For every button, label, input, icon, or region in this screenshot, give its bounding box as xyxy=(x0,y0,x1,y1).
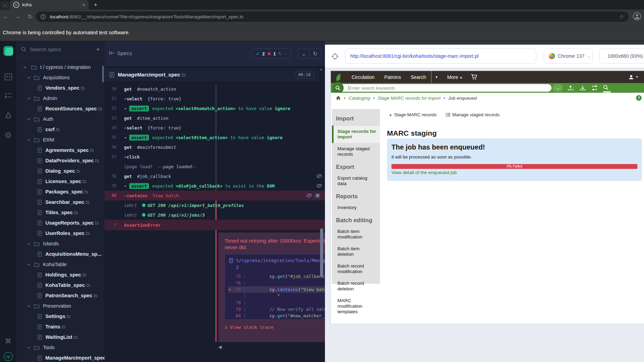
chevron-down-icon[interactable] xyxy=(27,118,30,120)
collapse-panel-icon[interactable] xyxy=(109,51,115,55)
command-row-30[interactable]: 30get #nomatch_action xyxy=(105,84,325,94)
specs-page-icon[interactable] xyxy=(0,73,16,80)
cy-status-badge[interactable]: cy xyxy=(0,352,16,361)
koha-search-input[interactable]: Enter search keywords xyxy=(338,84,552,92)
cart-icon[interactable] xyxy=(471,74,477,80)
command-row-33[interactable]: 33get #item_action xyxy=(105,113,325,123)
chevron-down-icon[interactable] xyxy=(27,263,30,266)
code-frame-path[interactable]: t/cypress/integration/Tools/ManageMarcIm… xyxy=(236,257,325,271)
chevron-down-icon[interactable] xyxy=(27,139,30,141)
browser-url-bar[interactable]: localhost:8081/__/#/specs/runner?file=t/… xyxy=(36,11,629,22)
tree-spec-trains[interactable]: Trains.ts xyxy=(16,322,105,332)
nav-more[interactable]: More ▼ xyxy=(447,74,463,80)
add-spec-button[interactable]: + xyxy=(96,46,100,53)
tree-spec-dialog-spec[interactable]: Dialog_spec.ts xyxy=(16,166,105,176)
tree-spec-recordsources-spec[interactable]: RecordSources_spec.ts xyxy=(16,103,105,114)
browser-url[interactable]: localhost:8081/__/#/specs/runner?file=t/… xyxy=(50,14,619,19)
home-icon[interactable] xyxy=(336,96,341,100)
manage-staged-records-button[interactable]: Manage staged records xyxy=(446,112,500,118)
tree-spec-userroles-spec[interactable]: UserRoles_spec.ts xyxy=(16,228,105,238)
bookmark-star-icon[interactable]: ☆ xyxy=(619,13,624,20)
tree-spec-patronsearch-spec[interactable]: PatronSearch_spec.ts xyxy=(16,290,105,301)
nav-patrons[interactable]: Patrons xyxy=(384,74,401,80)
tree-spec-titles-spec[interactable]: Titles_spec.ts xyxy=(16,207,105,218)
tree-spec-settings[interactable]: Settings.ts xyxy=(16,311,105,322)
tree-spec-managemarcimport-spec[interactable]: ManageMarcImport_spec.ts xyxy=(16,353,105,362)
nav-circulation[interactable]: Circulation xyxy=(352,74,374,80)
chevron-down-icon[interactable] xyxy=(27,346,30,349)
tree-spec-licenses-spec[interactable]: Licenses_spec.ts xyxy=(16,176,105,187)
keyboard-shortcuts-icon[interactable]: ⌘ xyxy=(0,337,16,345)
info-icon[interactable] xyxy=(41,14,46,19)
tree-spec-kohatable-spec[interactable]: KohaTable_spec.ts xyxy=(16,280,105,290)
tree-spec-dataproviders-spec[interactable]: DataProviders_spec.ts xyxy=(16,155,105,166)
runs-checklist-icon[interactable] xyxy=(0,92,16,99)
reporter-scroll-up-icon[interactable]: ▲ xyxy=(319,67,323,71)
chevron-down-icon[interactable] xyxy=(23,66,27,69)
chevron-down-icon[interactable] xyxy=(27,97,30,100)
assertion-error-row[interactable]: ! AssertionError xyxy=(105,220,325,230)
tree-spec-csrf[interactable]: csrf.ts xyxy=(16,124,105,135)
settings-gear-icon[interactable] xyxy=(0,132,16,139)
forward-icon[interactable]: → xyxy=(14,13,21,20)
cypress-logo-icon[interactable] xyxy=(0,46,16,56)
checkin-upload-icon[interactable] xyxy=(567,85,574,91)
command-row-34[interactable]: 34-select {force: true} xyxy=(105,123,325,133)
profile-avatar-icon[interactable] xyxy=(633,12,641,20)
command-row-38[interactable]: 38get #job_callback xyxy=(105,171,325,181)
selector-playground-icon[interactable] xyxy=(331,53,339,60)
tree-folder-acquisitions[interactable]: Acquisitions xyxy=(16,72,105,83)
sidebar-item-batch-item-deletion[interactable]: Batch item deletion xyxy=(332,243,380,260)
tree-scrollbar-thumb[interactable] xyxy=(102,66,104,82)
eye-hidden-icon[interactable] xyxy=(316,174,322,178)
view-job-detail-link[interactable]: View detail of the enqueued job xyxy=(391,170,637,175)
command-row-32[interactable]: 32- assertexpected <select#nomatch_actio… xyxy=(105,103,325,113)
spec-search[interactable]: Search specs + xyxy=(16,41,105,58)
search-scope-button[interactable] xyxy=(332,82,344,94)
chevron-down-icon[interactable] xyxy=(27,305,30,307)
tree-folder-t-cypress-integration[interactable]: t / cypress / integration xyxy=(16,62,105,72)
help-button[interactable]: ? xyxy=(636,95,642,101)
renew-loop-icon[interactable] xyxy=(591,85,598,91)
command-row-35[interactable]: 35- assertexpected <select#item_action> … xyxy=(105,133,325,142)
search-dropdown-caret-icon[interactable]: ▼ xyxy=(435,75,438,79)
collapse-all-chevron-icon[interactable]: ⌄ xyxy=(298,49,309,58)
tree-folder-admin[interactable]: Admin xyxy=(16,93,105,103)
rerun-tests-icon[interactable]: ↻ xyxy=(309,49,321,58)
tree-folder-tools[interactable]: Tools xyxy=(16,342,105,353)
tree-spec-packages-spec[interactable]: Packages_spec.ts xyxy=(16,187,105,197)
viewport-size[interactable]: 1000x660 (93%) xyxy=(599,48,644,64)
checkout-download-icon[interactable] xyxy=(580,85,586,91)
tree-folder-preservation[interactable]: Preservation xyxy=(16,301,105,311)
eye-hidden-icon[interactable] xyxy=(316,184,322,188)
reload-icon[interactable]: ↻ xyxy=(26,13,34,20)
breadcrumb-link-cataloging[interactable]: Cataloging xyxy=(349,96,370,101)
spec-file-row[interactable]: ManageMarcImport_spec.ts 00:16 xyxy=(105,68,319,81)
sidebar-item-batch-record-modification[interactable]: Batch record modification xyxy=(332,260,380,278)
eye-hidden-icon[interactable] xyxy=(306,193,312,198)
breadcrumb-link-stage-marc-records-for-import[interactable]: Stage MARC records for import xyxy=(378,96,440,101)
new-tab-button[interactable]: + xyxy=(92,1,99,8)
chevron-down-icon[interactable] xyxy=(27,243,30,245)
aut-url-input[interactable]: http://localhost:8081/cgi-bin/koha/tools… xyxy=(345,48,536,64)
tree-spec-searchbar-spec[interactable]: Searchbar_spec.ts xyxy=(16,197,105,207)
sidebar-item-stage-records-for-import[interactable]: Stage records for import xyxy=(332,126,380,143)
command-row[interactable]: (xhr)GET 200 /api/v1/jobs/5 xyxy=(105,210,325,220)
browser-select[interactable]: Chrome 137 ⌄ xyxy=(544,48,593,64)
view-stack-trace-link[interactable]: ❯View stack trace xyxy=(224,325,273,330)
tree-folder-kohatable[interactable]: KohaTable xyxy=(16,259,105,270)
tab-close-icon[interactable]: × xyxy=(82,2,85,7)
command-row-36[interactable]: 36get #mainformsubmit xyxy=(105,142,325,152)
tree-spec-agreements-spec[interactable]: Agreements_spec.ts xyxy=(16,145,105,155)
command-row-31[interactable]: 31-select {force: true} xyxy=(105,94,325,103)
sidebar-item-batch-record-deletion[interactable]: Batch record deletion xyxy=(332,278,380,295)
command-row[interactable]: (xhr)GET 200 /api/v1/import_batch_profil… xyxy=(105,200,325,210)
command-row-37[interactable]: 37-click xyxy=(105,152,325,162)
debug-bug-icon[interactable] xyxy=(0,112,16,119)
tree-folder-erm[interactable]: ERM xyxy=(16,135,105,145)
user-menu[interactable]: ▼ xyxy=(628,74,638,80)
command-row-39[interactable]: 39- assertexpected <div#job_callback> to… xyxy=(105,181,325,191)
tree-spec-waitinglist[interactable]: WaitingList.ts xyxy=(16,332,105,342)
search-submit-button[interactable]: → xyxy=(553,84,563,92)
tab-search-chevron-icon[interactable]: ⌄ xyxy=(1,1,9,9)
